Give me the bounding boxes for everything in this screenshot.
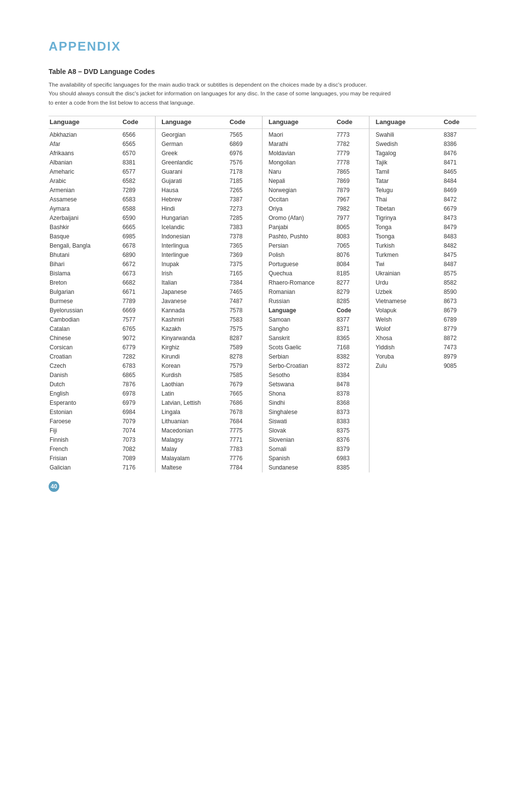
code-col4: 8473: [443, 214, 476, 223]
lang-col4: Ukrainian: [370, 269, 443, 278]
lang-col3: Sundanese: [263, 463, 336, 472]
code-col3: 8385: [335, 463, 369, 472]
code-col1: 6671: [122, 288, 155, 297]
code-col1: 6570: [122, 149, 155, 158]
lang-col3: Sesotho: [263, 371, 336, 380]
lang-col3: Oriya: [263, 204, 336, 214]
code-col3: 8379: [335, 445, 369, 454]
lang-col2: Greek: [156, 149, 228, 158]
code-col1: 6678: [122, 241, 155, 251]
lang-col3: Samoan: [263, 315, 336, 325]
code-col4: 8575: [443, 269, 476, 278]
lang-col4: [370, 463, 443, 472]
code-col2: 7679: [228, 380, 262, 389]
lang-col4: Twi: [370, 260, 443, 269]
lang-col4: Tibetan: [370, 204, 443, 214]
code-col4: 6679: [443, 204, 476, 214]
code-col1: 7079: [122, 417, 155, 426]
code-col3: 8384: [335, 371, 369, 380]
lang-col3: Rhaero-Romance: [263, 278, 336, 288]
lang-col4: [370, 371, 443, 380]
code-col2: 7589: [228, 343, 262, 352]
table-row: Cambodian 7577 Kashmiri 7583 Samoan 8377…: [49, 315, 476, 325]
code-col4: 8471: [443, 158, 476, 167]
code-col2: 7165: [228, 269, 262, 278]
lang-col2: Hebrew: [156, 195, 228, 204]
code-col4: [443, 426, 476, 435]
table-row: Galician 7176 Maltese 7784 Sundanese 838…: [49, 463, 476, 472]
code-col3: 7869: [335, 177, 369, 186]
lang-col1: Faroese: [49, 417, 122, 426]
code-col1: 7876: [122, 380, 155, 389]
lang-col2: Hindi: [156, 204, 228, 214]
code-col4: 6789: [443, 315, 476, 325]
table-row: Burmese 7789 Javanese 7487 Russian 8285 …: [49, 297, 476, 306]
lang-col1: Byelorussian: [49, 306, 122, 315]
code-col3: 7773: [335, 129, 369, 140]
lang-col2: Maltese: [156, 463, 228, 472]
lang-col2: Guarani: [156, 167, 228, 177]
table-row: Arabic 6582 Gujarati 7185 Nepali 7869 Ta…: [49, 177, 476, 186]
lang-col1: Afrikaans: [49, 149, 122, 158]
lang-col3: Scots Gaelic: [263, 343, 336, 352]
table-row: Faroese 7079 Lithuanian 7684 Siswati 838…: [49, 417, 476, 426]
col1-code-header: Code: [122, 116, 155, 129]
lang-col4: Vietnamese: [370, 297, 443, 306]
code-col3: 8279: [335, 288, 369, 297]
code-col2: 8287: [228, 334, 262, 343]
code-col4: 8590: [443, 288, 476, 297]
lang-col2: Hungarian: [156, 214, 228, 223]
code-col2: 7575: [228, 325, 262, 334]
code-col4: 8482: [443, 241, 476, 251]
lang-col4: Turkmen: [370, 251, 443, 260]
lang-col1: Esperanto: [49, 398, 122, 408]
code-col3: 7977: [335, 214, 369, 223]
table-row: Czech 6783 Korean 7579 Serbo-Croatian 83…: [49, 361, 476, 371]
lang-col2: Interlingue: [156, 251, 228, 260]
lang-col1: Azerbaijani: [49, 214, 122, 223]
lang-col2: Italian: [156, 278, 228, 288]
lang-col4: [370, 454, 443, 463]
code-col2: 7771: [228, 435, 262, 445]
lang-col3: Nepali: [263, 177, 336, 186]
lang-col1: Abkhazian: [49, 129, 122, 140]
table-row: Afrikaans 6570 Greek 6976 Moldavian 7779…: [49, 149, 476, 158]
lang-col3: Occitan: [263, 195, 336, 204]
lang-col2: Irish: [156, 269, 228, 278]
lang-col4: Welsh: [370, 315, 443, 325]
code-col1: 6565: [122, 140, 155, 149]
lang-col2: Korean: [156, 361, 228, 371]
lang-col4: Xhosa: [370, 334, 443, 343]
code-col2: 7383: [228, 223, 262, 232]
code-col3: 7967: [335, 195, 369, 204]
code-col2: 7665: [228, 389, 262, 398]
code-col2: 7775: [228, 426, 262, 435]
lang-col4: Thai: [370, 195, 443, 204]
lang-col3: Serbian: [263, 352, 336, 361]
lang-col4: Tigrinya: [370, 214, 443, 223]
lang-col3: Sindhi: [263, 398, 336, 408]
table-title: Table A8 – DVD Language Codes: [49, 68, 476, 75]
code-col4: 8779: [443, 325, 476, 334]
table-row: Bashkir 6665 Icelandic 7383 Panjabi 8065…: [49, 223, 476, 232]
lang-col1: Bashkir: [49, 223, 122, 232]
col1-lang-header: Language: [49, 116, 122, 129]
code-col1: 6583: [122, 195, 155, 204]
code-col2: 7576: [228, 158, 262, 167]
code-col3: 8365: [335, 334, 369, 343]
lang-col4: Tagalog: [370, 149, 443, 158]
code-col3: 8368: [335, 398, 369, 408]
code-col1: 7089: [122, 454, 155, 463]
lang-col3: Mongolian: [263, 158, 336, 167]
lang-col2: Kazakh: [156, 325, 228, 334]
lang-col2: Malayalam: [156, 454, 228, 463]
lang-col1: Galician: [49, 463, 122, 472]
table-row: Bihari 6672 Inupak 7375 Portuguese 8084 …: [49, 260, 476, 269]
lang-col3: Language: [263, 306, 336, 315]
lang-col3: Singhalese: [263, 408, 336, 417]
code-col3: Code: [335, 306, 369, 315]
code-col3: 8377: [335, 315, 369, 325]
code-col1: 7074: [122, 426, 155, 435]
lang-col4: Tsonga: [370, 232, 443, 241]
table-row: Fiji 7074 Macedonian 7775 Slovak 8375: [49, 426, 476, 435]
